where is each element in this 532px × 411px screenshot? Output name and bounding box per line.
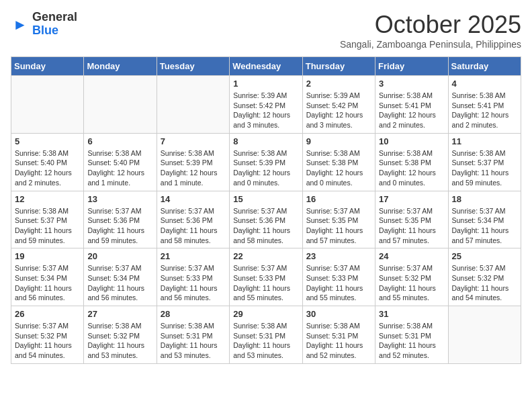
day-info: Sunrise: 5:37 AMSunset: 5:35 PMDaylight:… (379, 206, 444, 246)
day-number: 10 (379, 136, 444, 146)
day-header-thursday: Thursday (302, 57, 375, 76)
calendar-cell: 24Sunrise: 5:37 AMSunset: 5:32 PMDayligh… (375, 248, 448, 306)
week-row-1: 1Sunrise: 5:39 AMSunset: 5:42 PMDaylight… (11, 76, 521, 134)
day-number: 21 (161, 251, 226, 261)
day-number: 25 (452, 251, 517, 261)
svg-text:►: ► (13, 16, 28, 33)
day-number: 28 (161, 309, 226, 319)
calendar-cell: 7Sunrise: 5:38 AMSunset: 5:39 PMDaylight… (157, 133, 229, 191)
calendar-cell: 28Sunrise: 5:38 AMSunset: 5:31 PMDayligh… (157, 306, 229, 364)
calendar-cell: 1Sunrise: 5:39 AMSunset: 5:42 PMDaylight… (230, 76, 302, 134)
day-info: Sunrise: 5:38 AMSunset: 5:38 PMDaylight:… (379, 148, 444, 188)
day-info: Sunrise: 5:38 AMSunset: 5:31 PMDaylight:… (233, 321, 298, 361)
day-info: Sunrise: 5:37 AMSunset: 5:33 PMDaylight:… (233, 263, 298, 303)
calendar-cell: 26Sunrise: 5:37 AMSunset: 5:32 PMDayligh… (11, 306, 84, 364)
day-info: Sunrise: 5:37 AMSunset: 5:34 PMDaylight:… (15, 263, 80, 303)
day-number: 6 (87, 136, 152, 146)
calendar-cell: 18Sunrise: 5:37 AMSunset: 5:34 PMDayligh… (448, 191, 521, 248)
day-number: 30 (306, 309, 371, 319)
day-number: 27 (87, 309, 152, 319)
logo: ► General Blue (11, 11, 77, 38)
calendar-cell: 12Sunrise: 5:38 AMSunset: 5:37 PMDayligh… (11, 191, 84, 248)
day-info: Sunrise: 5:38 AMSunset: 5:39 PMDaylight:… (161, 148, 226, 188)
day-header-row: SundayMondayTuesdayWednesdayThursdayFrid… (11, 57, 521, 76)
day-info: Sunrise: 5:37 AMSunset: 5:32 PMDaylight:… (452, 263, 517, 303)
location-subtitle: Sangali, Zamboanga Peninsula, Philippine… (340, 39, 521, 50)
day-number: 22 (233, 251, 298, 261)
day-info: Sunrise: 5:38 AMSunset: 5:41 PMDaylight:… (452, 91, 517, 130)
day-info: Sunrise: 5:38 AMSunset: 5:40 PMDaylight:… (87, 148, 152, 188)
week-row-2: 5Sunrise: 5:38 AMSunset: 5:40 PMDaylight… (11, 133, 521, 191)
calendar-cell: 11Sunrise: 5:38 AMSunset: 5:37 PMDayligh… (448, 133, 521, 191)
day-info: Sunrise: 5:38 AMSunset: 5:31 PMDaylight:… (161, 321, 226, 361)
calendar-cell: 21Sunrise: 5:37 AMSunset: 5:33 PMDayligh… (157, 248, 229, 306)
calendar-cell: 22Sunrise: 5:37 AMSunset: 5:33 PMDayligh… (230, 248, 302, 306)
calendar-cell: 5Sunrise: 5:38 AMSunset: 5:40 PMDaylight… (11, 133, 84, 191)
day-info: Sunrise: 5:38 AMSunset: 5:31 PMDaylight:… (379, 321, 444, 361)
day-number: 4 (452, 79, 517, 89)
day-number: 19 (15, 251, 80, 261)
day-number: 20 (87, 251, 152, 261)
day-info: Sunrise: 5:37 AMSunset: 5:32 PMDaylight:… (15, 321, 80, 361)
calendar-cell: 25Sunrise: 5:37 AMSunset: 5:32 PMDayligh… (448, 248, 521, 306)
day-number: 5 (15, 136, 80, 146)
week-row-5: 26Sunrise: 5:37 AMSunset: 5:32 PMDayligh… (11, 306, 521, 364)
calendar-cell: 23Sunrise: 5:37 AMSunset: 5:33 PMDayligh… (302, 248, 375, 306)
day-number: 3 (379, 79, 444, 89)
day-number: 1 (233, 79, 298, 89)
day-info: Sunrise: 5:39 AMSunset: 5:42 PMDaylight:… (306, 91, 371, 130)
day-info: Sunrise: 5:37 AMSunset: 5:34 PMDaylight:… (87, 263, 152, 303)
calendar-cell (448, 306, 521, 364)
calendar-cell: 13Sunrise: 5:37 AMSunset: 5:36 PMDayligh… (84, 191, 157, 248)
calendar-cell: 27Sunrise: 5:38 AMSunset: 5:32 PMDayligh… (84, 306, 157, 364)
day-info: Sunrise: 5:37 AMSunset: 5:36 PMDaylight:… (233, 206, 298, 246)
day-info: Sunrise: 5:38 AMSunset: 5:38 PMDaylight:… (306, 148, 371, 188)
day-info: Sunrise: 5:38 AMSunset: 5:32 PMDaylight:… (87, 321, 152, 361)
calendar-cell: 14Sunrise: 5:37 AMSunset: 5:36 PMDayligh… (157, 191, 229, 248)
day-info: Sunrise: 5:38 AMSunset: 5:37 PMDaylight:… (15, 206, 80, 246)
day-number: 23 (306, 251, 371, 261)
title-block: October 2025 Sangali, Zamboanga Peninsul… (340, 11, 521, 50)
day-number: 12 (15, 194, 80, 204)
day-number: 29 (233, 309, 298, 319)
day-info: Sunrise: 5:37 AMSunset: 5:35 PMDaylight:… (306, 206, 371, 246)
month-title: October 2025 (340, 11, 521, 39)
day-header-saturday: Saturday (448, 57, 521, 76)
calendar-cell: 20Sunrise: 5:37 AMSunset: 5:34 PMDayligh… (84, 248, 157, 306)
calendar-cell: 16Sunrise: 5:37 AMSunset: 5:35 PMDayligh… (302, 191, 375, 248)
day-number: 26 (15, 309, 80, 319)
day-number: 18 (452, 194, 517, 204)
day-number: 31 (379, 309, 444, 319)
logo-icon: ► (11, 15, 30, 34)
day-header-sunday: Sunday (11, 57, 84, 76)
day-info: Sunrise: 5:38 AMSunset: 5:41 PMDaylight:… (379, 91, 444, 130)
day-info: Sunrise: 5:37 AMSunset: 5:34 PMDaylight:… (452, 206, 517, 246)
calendar-cell: 10Sunrise: 5:38 AMSunset: 5:38 PMDayligh… (375, 133, 448, 191)
day-number: 7 (161, 136, 226, 146)
day-info: Sunrise: 5:38 AMSunset: 5:40 PMDaylight:… (15, 148, 80, 188)
calendar-cell: 6Sunrise: 5:38 AMSunset: 5:40 PMDaylight… (84, 133, 157, 191)
day-number: 24 (379, 251, 444, 261)
day-number: 16 (306, 194, 371, 204)
day-info: Sunrise: 5:38 AMSunset: 5:37 PMDaylight:… (452, 148, 517, 188)
day-info: Sunrise: 5:37 AMSunset: 5:36 PMDaylight:… (161, 206, 226, 246)
day-number: 17 (379, 194, 444, 204)
calendar-cell: 29Sunrise: 5:38 AMSunset: 5:31 PMDayligh… (230, 306, 302, 364)
day-info: Sunrise: 5:37 AMSunset: 5:33 PMDaylight:… (161, 263, 226, 303)
calendar-cell: 31Sunrise: 5:38 AMSunset: 5:31 PMDayligh… (375, 306, 448, 364)
day-number: 2 (306, 79, 371, 89)
calendar-cell: 19Sunrise: 5:37 AMSunset: 5:34 PMDayligh… (11, 248, 84, 306)
day-number: 13 (87, 194, 152, 204)
calendar-cell: 30Sunrise: 5:38 AMSunset: 5:31 PMDayligh… (302, 306, 375, 364)
calendar-cell: 15Sunrise: 5:37 AMSunset: 5:36 PMDayligh… (230, 191, 302, 248)
day-header-tuesday: Tuesday (157, 57, 229, 76)
calendar-cell: 8Sunrise: 5:38 AMSunset: 5:39 PMDaylight… (230, 133, 302, 191)
day-info: Sunrise: 5:37 AMSunset: 5:36 PMDaylight:… (87, 206, 152, 246)
week-row-3: 12Sunrise: 5:38 AMSunset: 5:37 PMDayligh… (11, 191, 521, 248)
day-number: 14 (161, 194, 226, 204)
calendar-cell (11, 76, 84, 134)
page-header: ► General Blue October 2025 Sangali, Zam… (11, 11, 521, 50)
day-number: 11 (452, 136, 517, 146)
logo-blue-text: Blue (32, 24, 58, 37)
day-header-friday: Friday (375, 57, 448, 76)
